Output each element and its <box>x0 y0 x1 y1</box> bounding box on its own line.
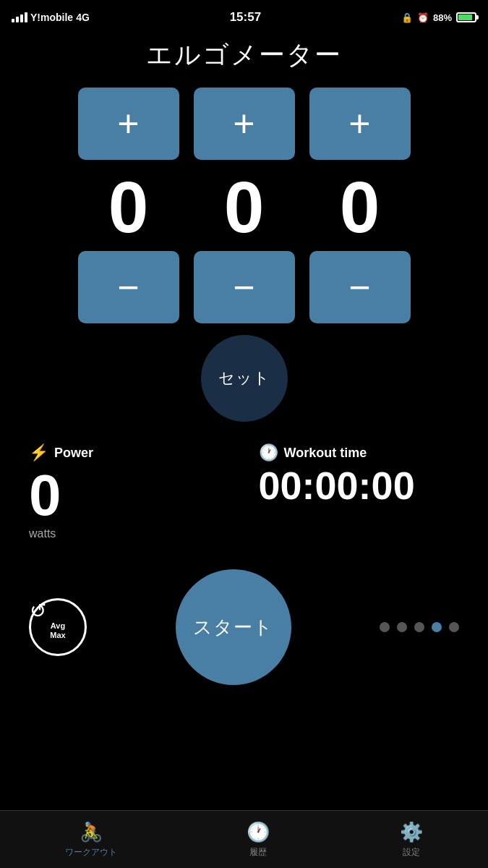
avg-max-button[interactable]: ↺ Avg Max <box>29 598 87 656</box>
workout-time-value: 00:00:00 <box>259 465 415 506</box>
counter-grid: + 0 − + 0 − + 0 − <box>0 88 488 323</box>
network-label: 4G <box>76 12 90 23</box>
plus-button-1[interactable]: + <box>78 88 179 160</box>
workout-time-header: 🕐 Workout time <box>259 443 367 462</box>
nav-history-label: 履歴 <box>249 846 267 859</box>
power-icon: ⚡ <box>29 443 48 462</box>
time-label: 15:57 <box>230 10 261 25</box>
dot-1 <box>380 622 390 632</box>
max-label: Max <box>50 631 65 640</box>
plus-button-3[interactable]: + <box>309 88 411 160</box>
clock-icon: 🕐 <box>259 443 278 462</box>
dot-2 <box>397 622 407 632</box>
nav-workout-icon: 🚴 <box>80 821 103 843</box>
dot-5 <box>449 622 459 632</box>
status-bar: Y!mobile 4G 15:57 🔒 ⏰ 88% <box>0 0 488 32</box>
power-unit: watts <box>29 527 56 540</box>
start-button[interactable]: スタート <box>176 569 291 685</box>
minus-button-1[interactable]: − <box>78 251 179 323</box>
plus-button-2[interactable]: + <box>194 88 295 160</box>
carrier-label: Y!mobile <box>30 12 73 23</box>
dot-4 <box>432 622 442 632</box>
nav-history[interactable]: 🕐 履歴 <box>232 815 284 864</box>
set-button[interactable]: セット <box>201 335 288 422</box>
nav-settings-icon: ⚙️ <box>400 821 423 843</box>
counter-column-3: + 0 − <box>309 88 411 323</box>
status-right: 🔒 ⏰ 88% <box>401 12 476 23</box>
stats-section: ⚡ Power 0 watts 🕐 Workout time 00:00:00 <box>0 443 488 540</box>
set-button-container: セット <box>0 335 488 422</box>
counter-value-1: 0 <box>78 160 179 251</box>
workout-time-label: Workout time <box>284 446 367 461</box>
counter-column-1: + 0 − <box>78 88 179 323</box>
counter-value-3: 0 <box>309 160 411 251</box>
app-title: エルゴメーター <box>0 32 488 88</box>
dots-indicator <box>380 622 459 632</box>
alarm-icon: ⏰ <box>417 12 429 23</box>
nav-workout[interactable]: 🚴 ワークアウト <box>51 815 132 864</box>
power-value: 0 <box>29 465 61 526</box>
lock-icon: 🔒 <box>401 12 413 23</box>
bottom-nav: 🚴 ワークアウト 🕐 履歴 ⚙️ 設定 <box>0 810 488 868</box>
signal-bars <box>12 12 27 22</box>
avg-label: Avg <box>50 621 65 631</box>
status-left: Y!mobile 4G <box>12 12 90 23</box>
battery-icon <box>456 12 476 22</box>
cycle-icon: ↺ <box>30 599 46 624</box>
nav-workout-label: ワークアウト <box>65 846 117 859</box>
nav-settings-label: 設定 <box>403 846 420 859</box>
battery-label: 88% <box>433 12 452 23</box>
bottom-controls: ↺ Avg Max スタート <box>0 548 488 692</box>
counter-column-2: + 0 − <box>194 88 295 323</box>
power-header: ⚡ Power <box>29 443 93 462</box>
counter-value-2: 0 <box>194 160 295 251</box>
workout-time-block: 🕐 Workout time 00:00:00 <box>244 443 474 540</box>
dot-3 <box>414 622 424 632</box>
power-label: Power <box>54 446 93 461</box>
nav-history-icon: 🕐 <box>247 821 270 843</box>
power-block: ⚡ Power 0 watts <box>14 443 244 540</box>
minus-button-2[interactable]: − <box>194 251 295 323</box>
nav-settings[interactable]: ⚙️ 設定 <box>385 815 437 864</box>
minus-button-3[interactable]: − <box>309 251 411 323</box>
